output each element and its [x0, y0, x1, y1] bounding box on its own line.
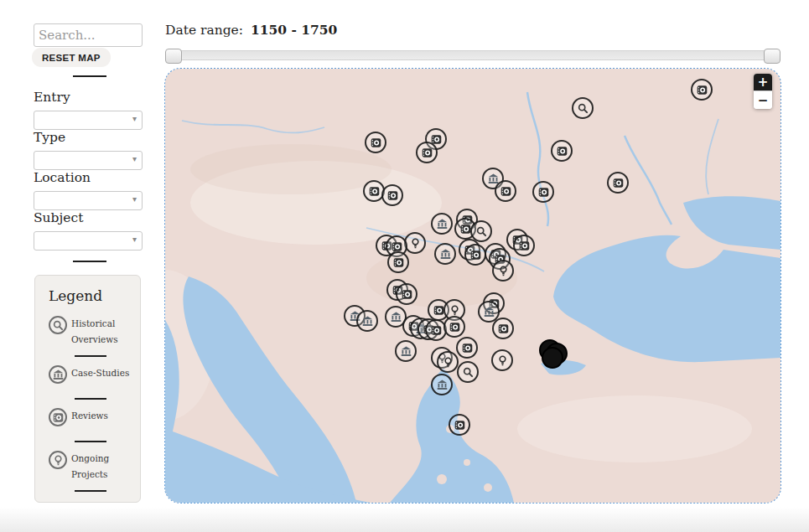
legend-label: Case-Studies	[71, 368, 129, 378]
legend-label: Reviews	[71, 411, 108, 421]
map-marker-review[interactable]	[513, 235, 535, 256]
map-marker-case[interactable]	[356, 310, 378, 332]
legend-title: Legend	[49, 287, 132, 304]
date-range-value: 1150 - 1750	[251, 22, 338, 38]
filter-label-subject: Subject	[34, 210, 83, 225]
divider	[73, 75, 106, 77]
filter-label-type: Type	[34, 130, 65, 145]
map-marker-review[interactable]	[381, 184, 403, 206]
map-terrain	[165, 69, 780, 503]
chevron-down-icon: ▾	[132, 194, 137, 204]
map-canvas[interactable]: + −	[165, 69, 780, 503]
zoom-out-button[interactable]: −	[754, 91, 772, 109]
legend-item-case-studies: Case-Studies	[49, 365, 132, 390]
map-marker-review[interactable]	[464, 244, 486, 266]
page-footer	[0, 507, 809, 532]
reset-map-button[interactable]: RESET MAP	[32, 48, 111, 67]
camera-icon	[49, 408, 67, 426]
date-range-label: Date range: 1150 - 1750	[165, 22, 337, 38]
legend-label: Ongoing Projects	[71, 453, 109, 479]
entry-select[interactable]: ▾	[34, 111, 143, 130]
map-marker-review[interactable]	[492, 318, 514, 339]
map-marker-review[interactable]	[443, 316, 465, 338]
legend-item-ongoing-projects: Ongoing Projects	[49, 451, 132, 483]
legend-item-reviews: Reviews	[49, 408, 132, 433]
map-marker-ongoing[interactable]	[491, 349, 513, 371]
map-marker-case[interactable]	[431, 374, 453, 395]
subject-select[interactable]: ▾	[34, 231, 143, 251]
legend-label: Historical Overviews	[71, 318, 118, 344]
map-marker-review[interactable]	[456, 337, 478, 359]
date-range-slider[interactable]	[165, 50, 780, 60]
map-marker-review[interactable]	[532, 181, 554, 203]
museum-icon	[49, 365, 67, 384]
slider-handle-min[interactable]	[165, 49, 182, 64]
filter-label-location: Location	[34, 170, 91, 185]
filter-label-entry: Entry	[34, 90, 70, 105]
map-marker-ongoing[interactable]	[437, 351, 459, 373]
map-marker-case[interactable]	[434, 243, 456, 265]
map-marker-review[interactable]	[449, 414, 470, 436]
zoom-in-button[interactable]: +	[754, 74, 772, 91]
map-marker-review[interactable]	[365, 132, 386, 153]
divider	[75, 398, 106, 400]
map-marker-review[interactable]	[396, 283, 417, 305]
map-marker-review[interactable]	[691, 79, 713, 101]
magnifier-icon	[49, 316, 67, 334]
legend-panel: Legend Historical Overviews Case-Studies…	[34, 275, 141, 503]
divider	[75, 355, 106, 357]
map-marker-overview[interactable]	[457, 361, 479, 383]
chevron-down-icon: ▾	[132, 154, 137, 163]
map-marker-review[interactable]	[607, 172, 629, 194]
map-marker-case[interactable]	[431, 213, 453, 235]
sidebar: RESET MAP Entry ▾ Type ▾ Location ▾ Subj…	[0, 0, 165, 532]
map-marker-review[interactable]	[551, 140, 573, 162]
slider-handle-max[interactable]	[764, 49, 780, 64]
divider	[73, 261, 106, 262]
map-marker-cluster[interactable]	[542, 347, 563, 369]
chevron-down-icon: ▾	[132, 114, 137, 123]
location-select[interactable]: ▾	[34, 191, 143, 210]
map-marker-review[interactable]	[387, 251, 409, 273]
divider	[75, 441, 106, 442]
lightbulb-icon	[49, 451, 67, 469]
legend-item-historical-overviews: Historical Overviews	[49, 316, 132, 348]
map-marker-case[interactable]	[395, 340, 417, 362]
map-marker-review[interactable]	[495, 180, 516, 202]
divider	[75, 490, 106, 492]
map-marker-review[interactable]	[416, 142, 438, 163]
chevron-down-icon: ▾	[132, 235, 137, 244]
type-select[interactable]: ▾	[34, 151, 143, 170]
map-marker-ongoing[interactable]	[492, 260, 514, 281]
map-marker-ongoing[interactable]	[404, 232, 426, 254]
map-marker-overview[interactable]	[572, 97, 594, 119]
search-input[interactable]	[34, 23, 143, 47]
map-zoom-control: + −	[754, 74, 772, 109]
